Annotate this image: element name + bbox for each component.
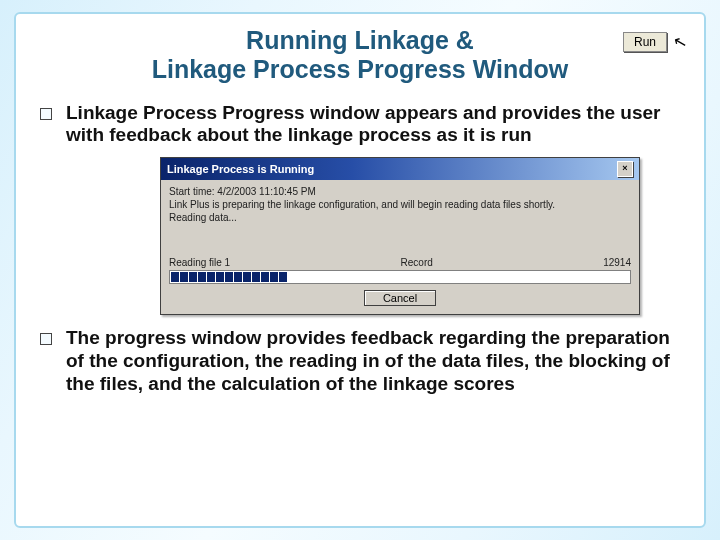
bullet-1-text: Linkage Process Progress window appears …	[66, 102, 680, 148]
progress-seg	[216, 272, 224, 282]
progress-seg	[180, 272, 188, 282]
dialog-status-line: Link Plus is preparing the linkage confi…	[169, 199, 631, 210]
progress-seg	[279, 272, 287, 282]
bullet-1: Linkage Process Progress window appears …	[40, 102, 680, 148]
cursor-icon: ↖	[671, 31, 688, 53]
progress-seg	[243, 272, 251, 282]
bullet-2-text: The progress window provides feedback re…	[66, 327, 680, 395]
progress-seg	[189, 272, 197, 282]
cancel-button[interactable]: Cancel	[364, 290, 436, 306]
run-illustration: Run ↖	[623, 32, 686, 52]
title-line2: Linkage Process Progress Window	[152, 55, 569, 83]
run-button[interactable]: Run	[623, 32, 667, 52]
title-row: Running Linkage & Linkage Process Progre…	[40, 26, 680, 84]
progress-seg	[270, 272, 278, 282]
bullet-icon	[40, 108, 52, 120]
dialog-body: Start time: 4/2/2003 11:10:45 PM Link Pl…	[161, 180, 639, 314]
progress-seg	[234, 272, 242, 282]
dialog-titlebar: Linkage Process is Running ×	[161, 158, 639, 180]
reading-file-label: Reading file 1	[169, 257, 230, 268]
dialog-reading-line: Reading data...	[169, 212, 631, 223]
dialog-title: Linkage Process is Running	[167, 163, 314, 175]
spacer	[169, 225, 631, 255]
progress-dialog-wrap: Linkage Process is Running × Start time:…	[160, 157, 640, 315]
progress-dialog: Linkage Process is Running × Start time:…	[160, 157, 640, 315]
record-value: 12914	[603, 257, 631, 268]
dialog-start-time: Start time: 4/2/2003 11:10:45 PM	[169, 186, 631, 197]
progress-seg	[207, 272, 215, 282]
progress-seg	[198, 272, 206, 282]
page-title: Running Linkage & Linkage Process Progre…	[40, 26, 680, 84]
slide: Running Linkage & Linkage Process Progre…	[0, 0, 720, 540]
bullet-icon	[40, 333, 52, 345]
content-box: Running Linkage & Linkage Process Progre…	[14, 12, 706, 528]
progress-seg	[171, 272, 179, 282]
close-icon[interactable]: ×	[617, 161, 633, 177]
title-line1: Running Linkage &	[246, 26, 474, 54]
progress-seg	[261, 272, 269, 282]
progress-seg	[252, 272, 260, 282]
dialog-button-row: Cancel	[169, 290, 631, 306]
progress-bar	[169, 270, 631, 284]
bullet-2: The progress window provides feedback re…	[40, 327, 680, 395]
record-label: Record	[401, 257, 433, 268]
dialog-labels-row: Reading file 1 Record 12914	[169, 257, 631, 268]
progress-seg	[225, 272, 233, 282]
